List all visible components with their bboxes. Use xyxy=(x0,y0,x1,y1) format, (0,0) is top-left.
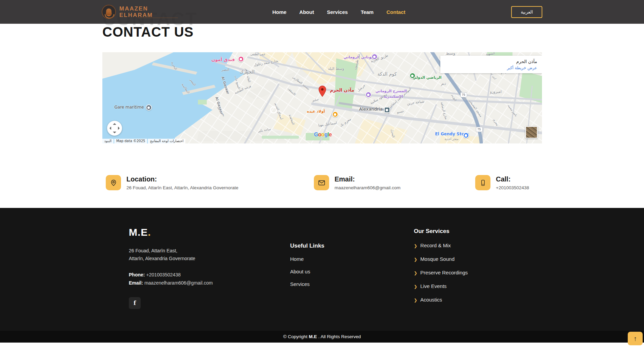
map-pan-control[interactable] xyxy=(107,121,122,136)
footer-brand-column: M.E. 26 Fouad, Attarīn East, Attarīn, Al… xyxy=(129,227,290,309)
service-link-acoustics[interactable]: ❯Acoustics xyxy=(414,297,515,303)
location-pin-icon xyxy=(106,175,121,190)
envelope-icon xyxy=(314,175,329,190)
google-logo: Google xyxy=(314,132,332,138)
call-title: Call: xyxy=(496,175,529,183)
map-attribution-bar: البنودMap data ©2025اختصارات لوحة المفات… xyxy=(102,139,186,143)
footer-address: 26 Fouad, Attarīn East, Attarīn, Alexand… xyxy=(129,247,290,263)
main-nav: Home About Services Team Contact xyxy=(166,6,511,18)
contact-hero: CONTACT CONTACT US xyxy=(102,24,542,41)
google-map-embed[interactable]: مآذن الحرم عرض خريطة أكبر البنودMap data… xyxy=(102,52,542,143)
page-title: CONTACT US xyxy=(102,24,194,40)
footer: M.E. 26 Fouad, Attarīn East, Attarīn, Al… xyxy=(0,208,644,331)
view-larger-map-link[interactable]: عرض خريطة أكبر xyxy=(445,65,537,70)
footer-link-home[interactable]: Home xyxy=(290,256,414,262)
map-attribution-item[interactable]: البنود xyxy=(102,139,114,143)
contact-info-row: Location: 26 Fouad, Attarīn East, Attarī… xyxy=(102,175,542,190)
email-card: Email: maazenelharam606@gmail.com xyxy=(314,175,475,190)
footer-contact: Phone: +201003502438 Email: maazenelhara… xyxy=(129,271,290,287)
logo-text: MAAZENELHARAM xyxy=(119,5,153,18)
map-place-title: مآذن الحرم xyxy=(516,59,537,64)
nav-item-home[interactable]: Home xyxy=(268,6,291,18)
chevron-right-icon: ❯ xyxy=(414,271,417,275)
nav-item-about[interactable]: About xyxy=(295,6,318,18)
site-logo[interactable]: MAAZENELHARAM xyxy=(102,5,153,19)
location-title: Location: xyxy=(126,175,238,183)
map-marker-pin[interactable] xyxy=(318,85,326,98)
logo-microphone-icon xyxy=(102,5,116,19)
footer-brand: M.E. xyxy=(129,227,290,238)
useful-links-list: HomeAbout usServices xyxy=(290,256,414,287)
chevron-right-icon: ❯ xyxy=(414,257,417,262)
chevron-right-icon: ❯ xyxy=(414,298,417,303)
services-list: ❯Record & Mix❯Mosque Sound❯Preserve Reco… xyxy=(414,243,515,303)
footer-useful-links-column: Useful Links HomeAbout usServices xyxy=(290,227,414,309)
scroll-to-top-button[interactable]: ↑ xyxy=(628,332,643,345)
chevron-right-icon: ❯ xyxy=(414,284,417,289)
useful-links-title: Useful Links xyxy=(290,243,414,249)
phone-icon xyxy=(475,175,490,190)
call-text: +201003502438 xyxy=(496,185,529,190)
logo-underline xyxy=(137,18,178,18)
facebook-icon[interactable]: f xyxy=(129,297,141,309)
map-attribution-item[interactable]: Map data ©2025 xyxy=(114,139,147,143)
footer-services-column: Our Services ❯Record & Mix❯Mosque Sound❯… xyxy=(414,227,515,309)
email-title: Email: xyxy=(335,175,401,183)
nav-item-contact[interactable]: Contact xyxy=(382,6,410,18)
call-card: Call: +201003502438 xyxy=(475,175,542,190)
location-text: 26 Fouad, Attarīn East, Attarīn, Alexand… xyxy=(126,185,238,190)
location-card: Location: 26 Fouad, Attarīn East, Attarī… xyxy=(106,175,314,190)
service-link-live-events[interactable]: ❯Live Events xyxy=(414,283,515,289)
service-link-record-mix[interactable]: ❯Record & Mix xyxy=(414,243,515,248)
copyright-bar: © CopyrightM.E. All Rights Reserved xyxy=(0,331,644,343)
language-switch-button[interactable]: العربية xyxy=(511,6,542,18)
satellite-view-thumbnail[interactable] xyxy=(525,126,538,138)
service-link-mosque-sound[interactable]: ❯Mosque Sound xyxy=(414,256,515,262)
map-attribution-item[interactable]: اختصارات لوحة المفاتيح xyxy=(148,139,185,143)
map-info-card: مآذن الحرم عرض خريطة أكبر xyxy=(440,56,542,73)
nav-item-team[interactable]: Team xyxy=(356,6,378,18)
chevron-right-icon: ❯ xyxy=(414,244,417,248)
nav-item-services[interactable]: Services xyxy=(322,6,352,18)
footer-link-about-us[interactable]: About us xyxy=(290,269,414,274)
our-services-title: Our Services xyxy=(414,228,515,235)
footer-link-services[interactable]: Services xyxy=(290,281,414,287)
service-link-preserve-recordings[interactable]: ❯Preserve Recordings xyxy=(414,270,515,275)
email-text: maazenelharam606@gmail.com xyxy=(335,185,401,190)
top-header: MAAZENELHARAM Home About Services Team C… xyxy=(0,0,644,24)
